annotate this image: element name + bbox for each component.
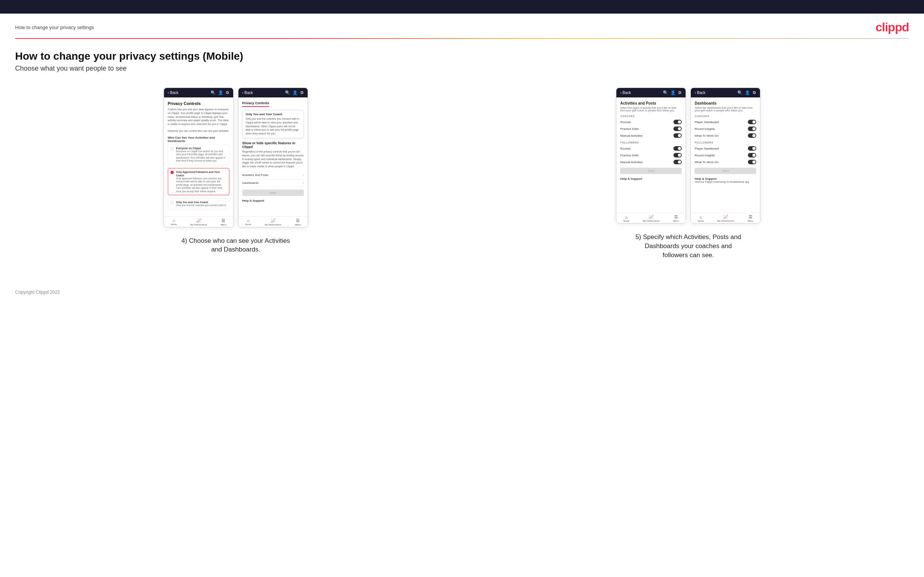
nav-icons-4: 🔍 👤 ⚙	[737, 90, 756, 95]
player-dash-follower-toggle[interactable]	[748, 146, 756, 151]
radio-coach-label: Only You and Your Coach	[176, 200, 226, 204]
rounds-follower-toggle[interactable]	[674, 146, 682, 151]
nav-home-2[interactable]: ⌂ Home	[245, 218, 251, 226]
nav-home-3[interactable]: ⌂ Home	[623, 215, 629, 222]
nav-menu-2[interactable]: ☰ Menu	[295, 218, 301, 226]
nav-home-4[interactable]: ⌂ Home	[698, 215, 704, 222]
activities-posts-subtitle: Select the types of activity that you'd …	[620, 106, 682, 112]
activities-posts-title: Activities and Posts	[620, 101, 682, 105]
menu-label-3: Menu	[673, 220, 679, 222]
nav-menu-1[interactable]: ☰ Menu	[221, 218, 226, 226]
nav-performance-2[interactable]: 📈 My Performance	[265, 218, 281, 226]
search-icon-4[interactable]: 🔍	[737, 90, 743, 95]
back-button-4[interactable]: ‹ Back	[695, 90, 705, 95]
toggle-what-to-work-follower: What To Work On	[695, 159, 756, 165]
copyright: Copyright Clippd 2022	[15, 290, 60, 295]
dashboards-label: Dashboards	[242, 181, 258, 185]
header-divider	[15, 38, 909, 39]
rounds-follower-label: Rounds	[620, 147, 631, 150]
back-button-2[interactable]: ‹ Back	[242, 90, 253, 95]
phone-activities: ‹ Back 🔍 👤 ⚙ Activities and Posts Select…	[616, 88, 686, 224]
nav-performance-1[interactable]: 📈 My Performance	[191, 218, 207, 226]
what-to-work-coach-toggle[interactable]	[748, 133, 756, 138]
settings-icon-4[interactable]: ⚙	[753, 90, 756, 95]
settings-icon-3[interactable]: ⚙	[678, 90, 682, 95]
back-button-1[interactable]: ‹ Back	[168, 90, 178, 95]
coaches-label-3: COACHES	[620, 115, 682, 118]
home-label-3: Home	[623, 220, 629, 222]
person-icon-3[interactable]: 👤	[670, 90, 676, 95]
save-button-3[interactable]: Save	[620, 168, 682, 174]
drills-follower-toggle[interactable]	[674, 153, 682, 158]
performance-label: My Performance	[191, 224, 207, 226]
performance-icon-3: 📈	[648, 214, 654, 219]
caption-text-1: 4) Choose who can see your Activities an…	[181, 237, 290, 253]
what-to-work-follower-toggle[interactable]	[748, 160, 756, 164]
person-icon[interactable]: 👤	[218, 90, 223, 95]
toggle-drills-coach: Practice Drills	[620, 126, 682, 132]
nav-menu-4[interactable]: ☰ Menu	[748, 214, 753, 222]
home-icon-4: ⌂	[699, 215, 702, 219]
privacy-controls-tab[interactable]: Privacy Controls	[242, 101, 270, 107]
person-icon-2[interactable]: 👤	[292, 90, 298, 95]
search-icon[interactable]: 🔍	[210, 90, 216, 95]
breadcrumb: How to change your privacy settings	[15, 24, 94, 30]
phone-bottom-nav-3: ⌂ Home 📈 My Performance ☰ Menu	[616, 213, 685, 223]
tooltip-text: Only you and the coaches you connect wit…	[246, 117, 300, 135]
home-label: Home	[171, 223, 177, 226]
save-button-2[interactable]: Save	[242, 190, 304, 196]
followers-label-4: FOLLOWERS	[695, 141, 756, 144]
phone-nav-4: ‹ Back 🔍 👤 ⚙	[691, 88, 760, 97]
manual-coach-label: Manual Activities	[620, 134, 643, 137]
phone-content-1: Privacy Controls Control how you and you…	[164, 97, 233, 216]
rounds-coach-toggle[interactable]	[674, 120, 682, 124]
radio-everyone-desc: Everyone on Clippd can search for you an…	[176, 150, 227, 163]
person-icon-4[interactable]: 👤	[745, 90, 750, 95]
nav-icons-1: 🔍 👤 ⚙	[210, 90, 229, 95]
search-icon-3[interactable]: 🔍	[663, 90, 668, 95]
dashboards-title: Dashboards	[695, 101, 756, 105]
settings-icon-2[interactable]: ⚙	[300, 90, 304, 95]
home-icon-2: ⌂	[247, 218, 249, 223]
caption-group-1: 4) Choose who can see your Activities an…	[179, 236, 292, 255]
performance-label-3: My Performance	[643, 220, 659, 222]
nav-menu-3[interactable]: ☰ Menu	[673, 214, 679, 222]
toggle-round-insights-coach: Round Insights	[695, 126, 756, 132]
phone-content-2: Privacy Controls Only You and Your Coach…	[239, 97, 308, 216]
back-button-3[interactable]: ‹ Back	[620, 90, 631, 95]
main-content: How to change your privacy settings (Mob…	[0, 50, 924, 282]
performance-label-4: My Performance	[717, 220, 734, 222]
radio-approved-label: Only Approved Followers and Your Coach	[176, 170, 227, 177]
manual-follower-toggle[interactable]	[674, 160, 682, 164]
radio-approved-desc: Only approved followers and coaches you …	[176, 177, 227, 193]
player-dash-follower-label: Player Dashboard	[695, 147, 719, 150]
phone-nav-2: ‹ Back 🔍 👤 ⚙	[239, 88, 308, 97]
round-insights-follower-label: Round Insights	[695, 154, 715, 157]
round-insights-coach-toggle[interactable]	[748, 126, 756, 131]
menu-icon-2: ☰	[296, 218, 300, 223]
menu-dashboards[interactable]: Dashboards ›	[242, 179, 304, 187]
phone-bottom-nav-1: ⌂ Home 📈 My Performance ☰ Menu	[164, 216, 233, 227]
home-label-4: Home	[698, 220, 704, 222]
settings-icon[interactable]: ⚙	[226, 90, 229, 95]
home-icon: ⌂	[172, 218, 175, 223]
menu-activities-posts[interactable]: Activities and Posts ›	[242, 171, 304, 179]
menu-label-2: Menu	[295, 224, 301, 226]
home-icon-3: ⌂	[625, 215, 628, 219]
page-title: How to change your privacy settings (Mob…	[15, 50, 909, 62]
radio-approved[interactable]: Only Approved Followers and Your Coach O…	[168, 168, 229, 195]
drills-coach-toggle[interactable]	[674, 126, 682, 131]
player-dash-coach-toggle[interactable]	[748, 120, 756, 124]
save-button-4[interactable]: Save	[695, 168, 756, 174]
nav-performance-4[interactable]: 📈 My Performance	[717, 214, 734, 222]
toggle-round-insights-follower: Round Insights	[695, 152, 756, 159]
mockup-grid: ‹ Back 🔍 👤 ⚙ Privacy Controls Control ho…	[15, 88, 909, 259]
radio-everyone[interactable]: Everyone on Clippd Everyone on Clippd ca…	[168, 144, 229, 165]
manual-coach-toggle[interactable]	[674, 133, 682, 138]
radio-coach-only[interactable]: Only You and Your Coach Only you and the…	[168, 198, 229, 210]
nav-home-1[interactable]: ⌂ Home	[171, 218, 177, 226]
nav-performance-3[interactable]: 📈 My Performance	[643, 214, 659, 222]
help-support-3: Help & Support	[620, 177, 682, 181]
search-icon-2[interactable]: 🔍	[285, 90, 290, 95]
round-insights-follower-toggle[interactable]	[748, 153, 756, 158]
